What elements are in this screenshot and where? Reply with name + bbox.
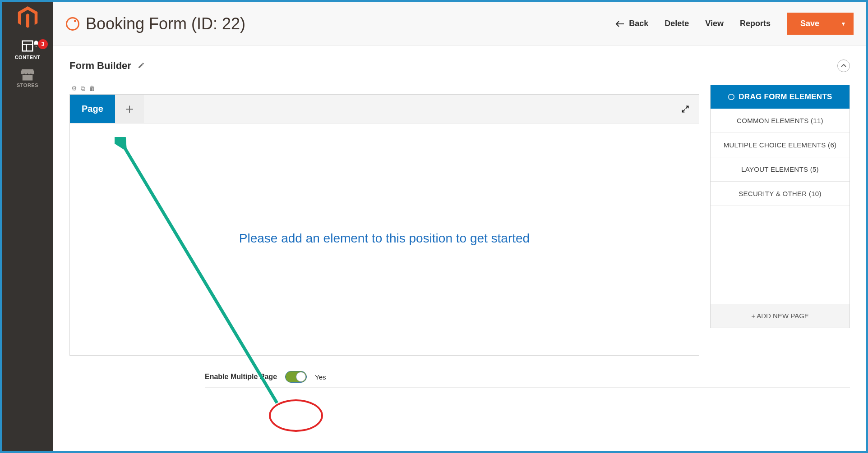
reports-button[interactable]: Reports xyxy=(740,19,771,28)
back-button[interactable]: Back xyxy=(615,19,648,28)
fullscreen-icon[interactable] xyxy=(672,95,699,123)
category-security[interactable]: SECURITY & OTHER (10) xyxy=(711,182,850,206)
elements-panel-title: DRAG FORM ELEMENTS xyxy=(739,92,832,101)
delete-button[interactable]: Delete xyxy=(665,19,689,28)
collapse-section-button[interactable] xyxy=(837,59,850,72)
toggle-label: Enable Multiple Page xyxy=(205,373,277,381)
category-common[interactable]: COMMON ELEMENTS (11) xyxy=(711,109,850,133)
page-delete-icon[interactable]: 🗑 xyxy=(89,85,95,92)
add-page-tab[interactable]: ＋ xyxy=(115,95,144,123)
nav-stores[interactable]: STORES xyxy=(2,69,53,88)
back-label: Back xyxy=(629,19,648,28)
main-content: Form Builder ⚙ ⧉ 🗑 Page ＋ xyxy=(53,46,866,451)
view-button[interactable]: View xyxy=(705,19,724,28)
nav-content-label: CONTENT xyxy=(15,55,41,60)
edit-title-icon[interactable] xyxy=(138,62,145,70)
canvas-placeholder: Please add an element to this position t… xyxy=(239,231,530,246)
multiple-page-toggle[interactable] xyxy=(285,371,307,383)
page-settings-icon[interactable]: ⚙ xyxy=(71,85,77,92)
elements-panel-header: DRAG FORM ELEMENTS xyxy=(711,85,850,109)
save-button[interactable]: Save xyxy=(787,13,833,35)
add-new-page-button[interactable]: + ADD NEW PAGE xyxy=(711,304,850,328)
toggle-value: Yes xyxy=(315,373,326,381)
magento-logo[interactable] xyxy=(18,6,38,30)
notification-badge: 3 xyxy=(38,39,48,49)
admin-sidebar: CONTENT 3 STORES xyxy=(2,2,53,451)
svg-rect-0 xyxy=(23,41,33,51)
page-header: Booking Form (ID: 22) Back Delete View R… xyxy=(53,2,866,46)
category-layout[interactable]: LAYOUT ELEMENTS (5) xyxy=(711,157,850,182)
page-title: Booking Form (ID: 22) xyxy=(86,14,245,33)
nav-content[interactable]: CONTENT 3 xyxy=(2,39,53,60)
category-multiple-choice[interactable]: MULTIPLE CHOICE ELEMENTS (6) xyxy=(711,133,850,157)
section-title: Form Builder xyxy=(69,60,131,72)
elements-panel: DRAG FORM ELEMENTS COMMON ELEMENTS (11) … xyxy=(710,85,850,328)
nav-stores-label: STORES xyxy=(17,82,38,88)
spinner-icon xyxy=(66,17,79,31)
canvas-dropzone[interactable]: Please add an element to this position t… xyxy=(70,124,699,353)
page-tab[interactable]: Page xyxy=(70,95,115,123)
save-dropdown-toggle[interactable]: ▼ xyxy=(833,13,854,35)
form-canvas: Page ＋ Please add an element to this pos… xyxy=(69,94,699,356)
page-duplicate-icon[interactable]: ⧉ xyxy=(81,85,85,92)
